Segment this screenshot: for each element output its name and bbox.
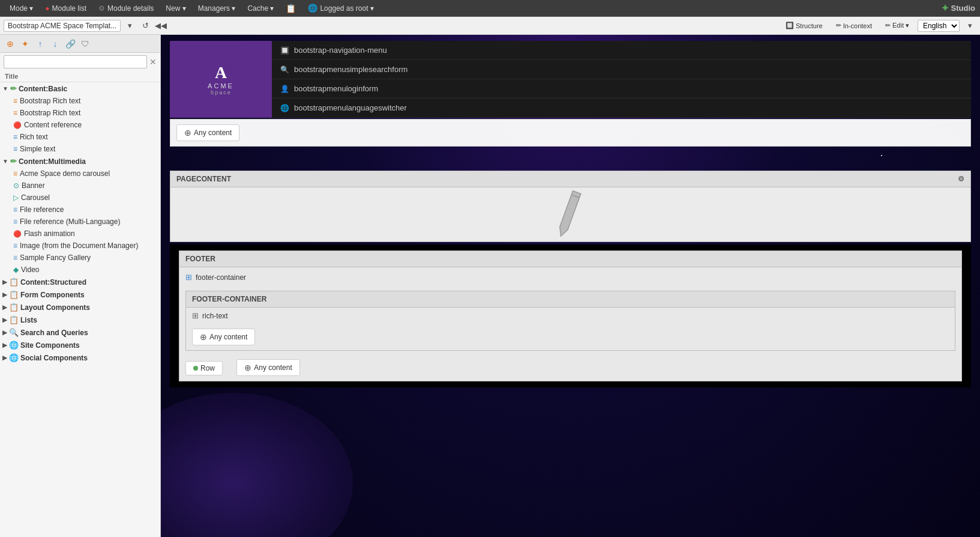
tree-group-content-basic[interactable]: ▼ ✏ Content:Basic xyxy=(0,82,160,95)
any-content-btn[interactable]: ⊕ Any content xyxy=(176,124,239,141)
icon-acme-carousel: ≡ xyxy=(13,169,17,178)
tree-group-site[interactable]: ▶ 🌐 Site Components xyxy=(0,339,160,351)
sidebar-tool-5[interactable]: 🔗 xyxy=(64,37,77,50)
any-content-panel: ⊕ Any content xyxy=(170,119,971,147)
tree-item-acme-carousel[interactable]: ≡ Acme Space demo carousel xyxy=(10,168,160,180)
tree-group-search[interactable]: ▶ 🔍 Search and Queries xyxy=(0,326,160,339)
content-multimedia-icon: ✏ xyxy=(10,157,17,166)
icon-file-ref: ≡ xyxy=(13,205,17,214)
label-banner: Banner xyxy=(22,181,45,190)
tree-item-file-ref-multi[interactable]: ≡ File reference (Multi-Language) xyxy=(10,216,160,228)
tree-item-video[interactable]: ◆ Video xyxy=(10,264,160,276)
managers-menu[interactable]: Managers ▾ xyxy=(193,3,241,14)
rich-text-item[interactable]: ⊞ rich-text xyxy=(186,308,955,324)
refresh-btn[interactable]: ↺ xyxy=(139,19,152,32)
back-btn[interactable]: ◀◀ xyxy=(154,19,167,32)
sidebar-close-btn[interactable]: ✕ xyxy=(149,57,157,67)
module-list-btn[interactable]: ● Module list xyxy=(40,3,91,14)
nav-item-icon-3: 👤 xyxy=(280,85,289,93)
sidebar-tool-1[interactable]: ⊕ xyxy=(4,37,17,50)
tree-item-banner[interactable]: ⊙ Banner xyxy=(10,180,160,192)
tree-item-content-reference[interactable]: 🔴 Content reference xyxy=(10,119,160,131)
logo-area: A ACME Space xyxy=(170,41,272,118)
tree-item-bootstrap-rich-1[interactable]: ≡ Bootstrap Rich text xyxy=(10,95,160,107)
nav-item-bootstrap-menu[interactable]: 🔲 bootstrap-navigation-menu xyxy=(272,41,971,60)
sidebar-tool-3[interactable]: ↑ xyxy=(34,37,47,50)
footer-container-row: ⊞ footer-container xyxy=(179,267,961,287)
sidebar-search-input[interactable] xyxy=(4,55,147,68)
form-label: Form Components xyxy=(20,291,85,299)
tree-item-simple-text[interactable]: ≡ Simple text xyxy=(10,143,160,155)
module-details-btn[interactable]: ⚙ Module details xyxy=(94,3,158,14)
label-simple-text: Simple text xyxy=(20,145,55,153)
nav-item-lang[interactable]: 🌐 bootstrapmenulanguageswitcher xyxy=(272,99,971,118)
footer-bottom-any-content-btn[interactable]: ⊕ Any content xyxy=(236,359,299,376)
clipboard-btn[interactable]: 📋 xyxy=(281,2,301,14)
cache-menu[interactable]: Cache ▾ xyxy=(242,3,278,14)
nav-item-label-4: bootstrapmenulanguageswitcher xyxy=(294,103,407,112)
tree-item-rich-text[interactable]: ≡ Rich text xyxy=(10,131,160,143)
tree-item-image[interactable]: ≡ Image (from the Document Manager) xyxy=(10,240,160,252)
tree-item-carousel[interactable]: ▷ Carousel xyxy=(10,192,160,204)
content-structured-icon: 📋 xyxy=(9,278,19,287)
tree-item-fancy-gallery[interactable]: ≡ Sample Fancy Gallery xyxy=(10,252,160,264)
footer-any-content-label: Any content xyxy=(209,333,247,341)
sidebar-tool-4[interactable]: ↓ xyxy=(49,37,62,50)
language-select[interactable]: English xyxy=(918,20,960,32)
tree-group-lists[interactable]: ▶ 📋 Lists xyxy=(0,314,160,326)
expand-arrow-search: ▶ xyxy=(2,329,7,336)
footer-any-content-btn[interactable]: ⊕ Any content xyxy=(192,329,255,345)
tree-group-content-multimedia[interactable]: ▼ ✏ Content:Multimedia xyxy=(0,155,160,168)
icon-content-reference: 🔴 xyxy=(13,121,22,129)
new-menu[interactable]: New ▾ xyxy=(161,3,190,14)
tree-item-bootstrap-rich-2[interactable]: ≡ Bootstrap Rich text xyxy=(10,107,160,119)
nav-item-login[interactable]: 👤 bootstrapmenuloginform xyxy=(272,79,971,99)
nav-item-icon-1: 🔲 xyxy=(280,46,289,55)
search-label: Search and Queries xyxy=(20,329,88,337)
footer-container-icon: ⊞ xyxy=(185,273,192,282)
structure-view-btn[interactable]: 🔲 Structure xyxy=(781,20,828,31)
logged-as-menu[interactable]: 🌐 Logged as root ▾ xyxy=(303,2,378,14)
search-icon-sidebar: 🔍 xyxy=(9,328,19,337)
content-basic-icon: ✏ xyxy=(10,84,17,93)
expand-arrow-multimedia: ▼ xyxy=(2,158,8,165)
nav-item-search[interactable]: 🔍 bootstrapmenusimplesearchform xyxy=(272,60,971,79)
pagecontent-gear[interactable]: ⚙ xyxy=(958,175,964,183)
plus-icon-3: ⊕ xyxy=(244,363,251,372)
icon-fancy-gallery: ≡ xyxy=(13,253,17,262)
any-content-label-1: Any content xyxy=(194,129,232,137)
sidebar-tool-6[interactable]: 🛡 xyxy=(79,37,92,50)
edit-area xyxy=(170,187,970,241)
tree-group-content-structured[interactable]: ▶ 📋 Content:Structured xyxy=(0,276,160,288)
nav-item-icon-2: 🔍 xyxy=(280,65,289,74)
row-btn[interactable]: Row xyxy=(185,361,223,375)
in-context-view-btn[interactable]: ✏ In-context xyxy=(831,20,877,31)
mode-menu[interactable]: Mode ▾ xyxy=(5,3,38,14)
footer-container-item[interactable]: ⊞ footer-container xyxy=(183,270,958,285)
sidebar-tool-2[interactable]: ✦ xyxy=(19,37,32,50)
row-label: Row xyxy=(200,364,215,372)
pagecontent-header: PAGECONTENT ⚙ xyxy=(170,171,970,187)
icon-image: ≡ xyxy=(13,241,17,250)
icon-video: ◆ xyxy=(13,265,19,274)
template-name[interactable]: Bootstrap ACME Space Templat... xyxy=(4,20,121,32)
label-acme-carousel: Acme Space demo carousel xyxy=(20,169,110,178)
acme-logo: A ACME Space xyxy=(208,63,234,96)
tree-group-form[interactable]: ▶ 📋 Form Components xyxy=(0,288,160,301)
dropdown-arrow[interactable]: ▾ xyxy=(123,19,136,32)
topbar: Mode ▾ ● Module list ⚙ Module details Ne… xyxy=(0,0,980,17)
studio-logo: ✦ Studio xyxy=(941,2,975,14)
edit-view-btn[interactable]: ✏ Edit ▾ xyxy=(880,20,914,31)
label-file-ref-multi: File reference (Multi-Language) xyxy=(20,217,120,226)
tree-item-file-ref[interactable]: ≡ File reference xyxy=(10,204,160,216)
site-label: Site Components xyxy=(20,341,80,350)
footer-container-header: FOOTER-CONTAINER xyxy=(186,291,955,308)
content-area: A ACME Space 🔲 bootstrap-navigation-menu… xyxy=(161,35,980,537)
tree-item-flash[interactable]: 🔴 Flash animation xyxy=(10,228,160,240)
tree-group-social[interactable]: ▶ 🌐 Social Components xyxy=(0,351,160,364)
tree-group-layout[interactable]: ▶ 📋 Layout Components xyxy=(0,301,160,314)
icon-rich-text: ≡ xyxy=(13,133,17,141)
sidebar-search-row: ✕ xyxy=(0,53,160,71)
footer-bottom-any-content-label: Any content xyxy=(254,363,292,372)
lang-expand-btn[interactable]: ▾ xyxy=(963,19,976,32)
